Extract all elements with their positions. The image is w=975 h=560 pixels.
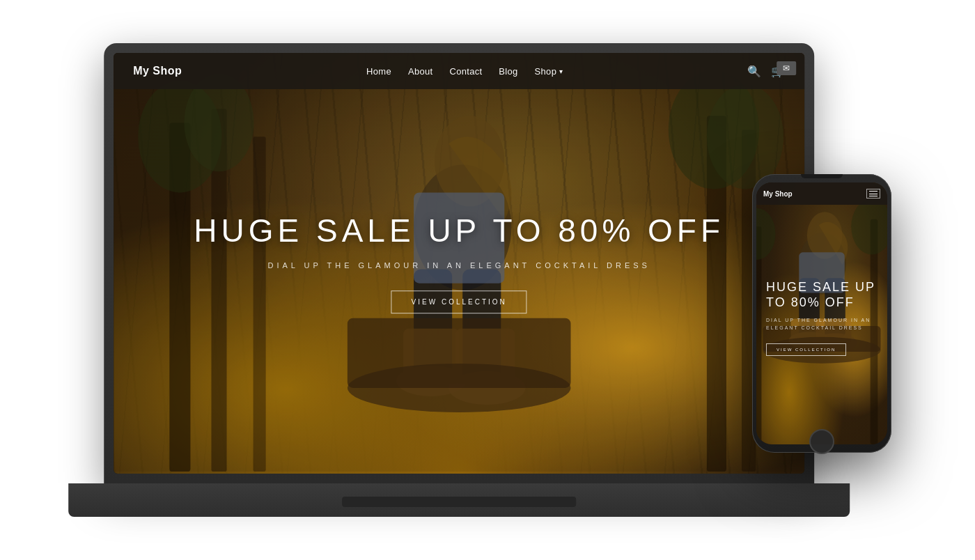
- phone-hero-subtitle: DIAL UP THE GLAMOUR IN AN ELEGANT COCKTA…: [766, 317, 878, 332]
- hero-content: HUGE SALE UP TO 80% OFF DIAL UP THE GLAM…: [182, 213, 735, 313]
- svg-rect-20: [348, 318, 571, 388]
- laptop-website: My Shop Home About Contact Blog Shop 🔍: [114, 53, 804, 474]
- svg-point-9: [707, 84, 783, 189]
- phone-hero-content: HUGE SALE UP TO 80% OFF DIAL UP THE GLAM…: [756, 280, 887, 356]
- nav-link-home[interactable]: Home: [366, 66, 391, 77]
- laptop-device: My Shop Home About Contact Blog Shop 🔍: [104, 43, 814, 517]
- search-icon[interactable]: 🔍: [747, 65, 761, 78]
- menu-line-2: [869, 194, 878, 194]
- phone-notch: [801, 174, 843, 178]
- phone-menu-button[interactable]: [866, 189, 880, 199]
- hero-title: HUGE SALE UP TO 80% OFF: [182, 213, 735, 249]
- phone-body: My Shop HUGE SALE UP TO 80% OFF DIAL UP …: [752, 174, 891, 453]
- laptop-screen: My Shop Home About Contact Blog Shop 🔍: [114, 53, 804, 474]
- view-collection-button[interactable]: VIEW COLLECTION: [391, 290, 527, 313]
- phone-view-collection-button[interactable]: VIEW COLLECTION: [766, 343, 846, 356]
- hero-section: My Shop Home About Contact Blog Shop 🔍: [114, 53, 804, 474]
- nav-link-shop[interactable]: Shop: [535, 66, 563, 77]
- nav-link-contact[interactable]: Contact: [449, 66, 482, 77]
- laptop-nav: My Shop Home About Contact Blog Shop 🔍: [114, 53, 804, 89]
- phone-hero-title: HUGE SALE UP TO 80% OFF: [766, 280, 878, 310]
- menu-line-3: [869, 196, 878, 196]
- phone-website: My Shop HUGE SALE UP TO 80% OFF DIAL UP …: [756, 182, 887, 444]
- menu-line-1: [869, 191, 878, 192]
- nav-link-blog[interactable]: Blog: [499, 66, 517, 77]
- hero-subtitle: DIAL UP THE GLAMOUR IN AN ELEGANT COCKTA…: [182, 261, 735, 270]
- phone-nav: My Shop: [756, 182, 887, 205]
- nav-links: Home About Contact Blog Shop: [366, 66, 563, 77]
- nav-link-about[interactable]: About: [408, 66, 432, 77]
- laptop-base: [68, 483, 850, 517]
- phone-screen: My Shop HUGE SALE UP TO 80% OFF DIAL UP …: [756, 182, 887, 444]
- nav-logo: My Shop: [133, 65, 182, 77]
- phone-nav-logo: My Shop: [763, 190, 793, 198]
- scene: My Shop Home About Contact Blog Shop 🔍: [0, 0, 975, 560]
- phone-device: My Shop HUGE SALE UP TO 80% OFF DIAL UP …: [752, 174, 891, 453]
- laptop-body: My Shop Home About Contact Blog Shop 🔍: [104, 43, 814, 483]
- email-icon[interactable]: [777, 61, 796, 75]
